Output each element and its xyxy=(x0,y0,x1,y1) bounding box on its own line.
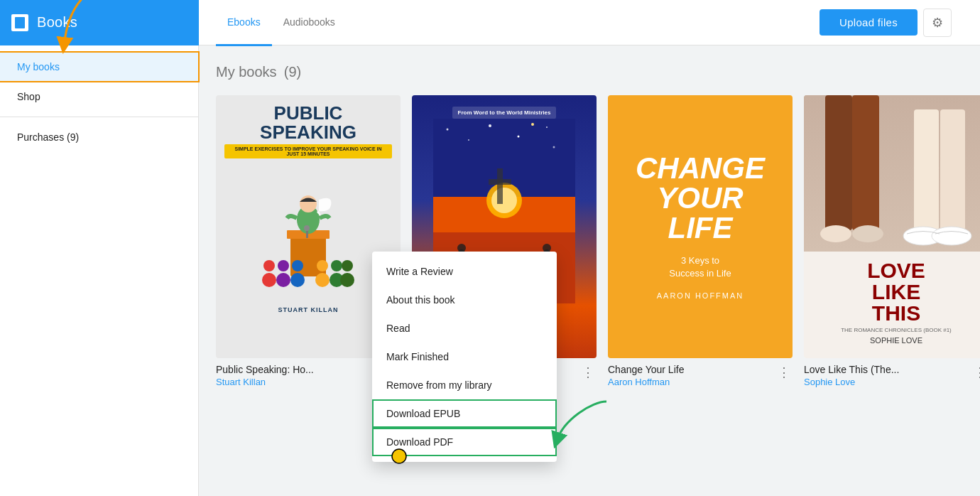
feet-illustration xyxy=(804,95,980,252)
svg-point-9 xyxy=(278,260,289,271)
books-grid: PUBLIC SPEAKING SIMPLE EXERCISES TO IMPR… xyxy=(216,95,963,387)
book-author-3: Aaron Hoffman xyxy=(608,377,684,387)
sidebar-item-purchases[interactable]: Purchases (9) xyxy=(0,123,198,151)
main-header: Ebooks Audiobooks Upload files ⚙ xyxy=(199,0,980,45)
context-menu-about-book[interactable]: About this book xyxy=(372,286,557,314)
svg-point-6 xyxy=(262,273,276,287)
cover-author-3: AARON HOFFMAN xyxy=(657,291,744,300)
sidebar-divider xyxy=(0,117,198,117)
svg-point-39 xyxy=(820,225,851,242)
love-cover-text: LOVELIKETHIS THE ROMANCE CHRONICLES (BOO… xyxy=(835,252,957,353)
svg-point-40 xyxy=(852,225,883,242)
context-menu-write-review[interactable]: Write a Review xyxy=(372,257,557,286)
book-title-4: Love Like This (The... xyxy=(804,364,899,375)
svg-point-8 xyxy=(276,273,290,287)
sidebar-item-shop[interactable]: Shop xyxy=(0,82,198,111)
svg-point-17 xyxy=(342,260,353,271)
svg-rect-31 xyxy=(489,179,511,185)
context-menu-read[interactable]: Read xyxy=(372,314,557,343)
svg-rect-42 xyxy=(940,109,965,230)
svg-point-25 xyxy=(531,123,534,126)
page-title: My books (9) xyxy=(216,63,963,81)
svg-point-13 xyxy=(317,260,328,271)
cover-title-3: CHANGEYOURLIFE xyxy=(636,153,765,243)
book-menu-button-2[interactable]: ⋮ xyxy=(579,364,597,381)
book-title-1: Public Speaking: Ho... xyxy=(216,364,314,375)
svg-point-20 xyxy=(468,139,469,141)
book-info-3: Change Your Life Aaron Hoffman ⋮ xyxy=(608,358,793,387)
sidebar-item-my-books[interactable]: My books xyxy=(0,51,198,82)
book-cover-4[interactable]: LOVELIKETHIS THE ROMANCE CHRONICLES (BOO… xyxy=(804,95,980,358)
svg-point-44 xyxy=(932,227,971,245)
app-logo xyxy=(11,14,28,31)
app-header: Books Ebooks Audiobooks Upload files ⚙ xyxy=(0,0,980,45)
svg-point-16 xyxy=(340,273,354,287)
tab-audiobooks[interactable]: Audiobooks xyxy=(272,1,347,46)
gear-icon: ⚙ xyxy=(932,15,943,31)
cover-subtitle-1: SIMPLE EXERCISES TO IMPROVE YOUR SPEAKIN… xyxy=(224,144,392,158)
cover-love-author: SOPHIE LOVE xyxy=(841,336,952,345)
love-cover-photo xyxy=(804,95,980,252)
cover-title-1: PUBLIC SPEAKING xyxy=(224,104,392,143)
svg-point-15 xyxy=(331,260,342,271)
svg-point-10 xyxy=(290,273,305,287)
book-text-4: Love Like This (The... Sophie Love xyxy=(804,364,899,387)
book-text-3: Change Your Life Aaron Hoffman xyxy=(608,364,684,387)
context-menu: Write a Review About this book Read Mark… xyxy=(372,252,557,462)
svg-rect-38 xyxy=(852,95,879,230)
svg-point-21 xyxy=(489,124,491,127)
header-actions: Upload files ⚙ xyxy=(820,9,963,37)
book-card-1: PUBLIC SPEAKING SIMPLE EXERCISES TO IMPR… xyxy=(216,95,401,387)
book-author-1: Stuart Killan xyxy=(216,377,314,387)
body-container: My books Shop Purchases (9) My bo xyxy=(0,45,980,496)
cover-subtitle-3: 3 Keys toSuccess in Life xyxy=(669,254,731,280)
svg-rect-41 xyxy=(914,109,939,230)
book-cover-3[interactable]: CHANGEYOURLIFE 3 Keys toSuccess in Life … xyxy=(608,95,793,358)
context-menu-download-epub[interactable]: Download EPUB xyxy=(372,399,557,428)
book-author-4: Sophie Love xyxy=(804,377,899,387)
green-annotation-arrow xyxy=(550,398,614,448)
book-card-3: CHANGEYOURLIFE 3 Keys toSuccess in Life … xyxy=(608,95,793,387)
book-menu-button-4[interactable]: ⋮ xyxy=(971,364,980,381)
context-menu-download-pdf[interactable]: Download PDF xyxy=(372,428,557,456)
sidebar-header: Books xyxy=(0,0,199,45)
tab-bar: Ebooks Audiobooks xyxy=(216,0,347,45)
speaker-illustration xyxy=(251,163,365,305)
book-info-4: Love Like This (The... Sophie Love ⋮ xyxy=(804,358,980,387)
context-menu-mark-finished[interactable]: Mark Finished xyxy=(372,343,557,371)
app-title: Books xyxy=(37,14,77,31)
cover-ministry-text: From Word to the World Ministries xyxy=(452,107,557,119)
svg-rect-30 xyxy=(497,168,503,204)
svg-point-12 xyxy=(315,273,330,287)
svg-point-11 xyxy=(292,260,303,271)
svg-point-24 xyxy=(553,146,555,149)
book-text-1: Public Speaking: Ho... Stuart Killan xyxy=(216,364,314,387)
svg-point-23 xyxy=(546,126,548,128)
svg-point-7 xyxy=(263,260,275,271)
cover-author-1: STUART KILLAN xyxy=(278,306,339,313)
svg-point-22 xyxy=(518,136,520,138)
book-card-4: LOVELIKETHIS THE ROMANCE CHRONICLES (BOO… xyxy=(804,95,980,387)
svg-point-5 xyxy=(304,225,310,231)
svg-point-19 xyxy=(447,129,449,131)
svg-rect-37 xyxy=(825,95,852,230)
sidebar: My books Shop Purchases (9) xyxy=(0,45,199,496)
svg-point-29 xyxy=(491,188,517,213)
context-menu-remove[interactable]: Remove from my library xyxy=(372,371,557,399)
logo-icon xyxy=(15,17,25,28)
settings-button[interactable]: ⚙ xyxy=(923,9,952,37)
upload-files-button[interactable]: Upload files xyxy=(820,9,918,36)
main-content: My books (9) PUBLIC SPEAKING SIMPLE EXER… xyxy=(199,45,980,496)
cover-title-4: LOVELIKETHIS xyxy=(841,260,952,324)
tab-ebooks[interactable]: Ebooks xyxy=(216,1,272,46)
book-title-3: Change Your Life xyxy=(608,364,684,375)
book-menu-button-3[interactable]: ⋮ xyxy=(775,364,793,381)
cover-series-4: THE ROMANCE CHRONICLES (BOOK #1) xyxy=(841,327,952,333)
